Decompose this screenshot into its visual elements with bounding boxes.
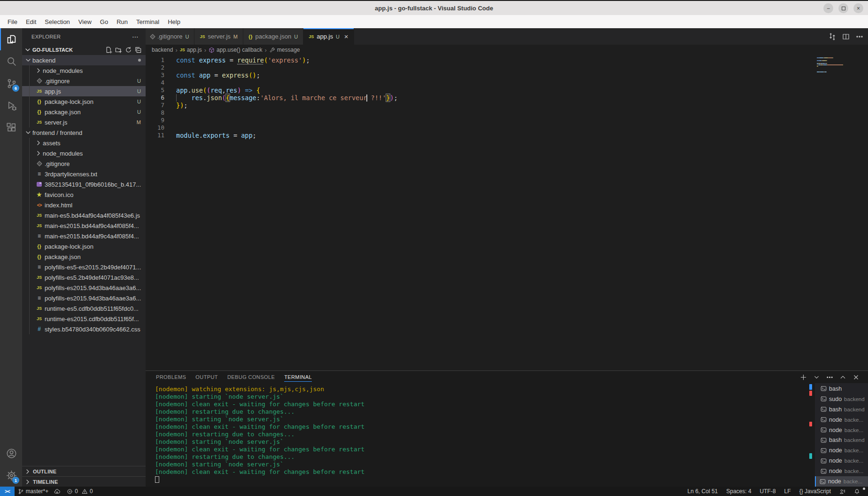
- terminal-output[interactable]: [nodemon] watching extensions: js,mjs,cj…: [146, 383, 815, 487]
- remote-indicator[interactable]: ><: [0, 487, 15, 496]
- tree-item[interactable]: node_modules: [22, 65, 146, 76]
- more-icon[interactable]: [826, 374, 833, 381]
- menu-file[interactable]: File: [3, 17, 22, 27]
- chevron-down-icon[interactable]: [813, 374, 820, 381]
- tab-server.js[interactable]: JSserver.jsM: [194, 28, 243, 45]
- menu-run[interactable]: Run: [112, 17, 132, 27]
- status-lf[interactable]: LF: [780, 488, 795, 495]
- close-button[interactable]: ×: [853, 3, 863, 13]
- terminal-list-item[interactable]: bash: [815, 384, 868, 394]
- sidebar-more-button[interactable]: ⋯: [132, 33, 139, 40]
- tree-item[interactable]: #styles.b54780d340b0609c4662.css: [22, 324, 146, 334]
- close-icon[interactable]: [852, 374, 860, 381]
- more-icon[interactable]: [856, 33, 863, 40]
- collapse-all-icon[interactable]: [135, 47, 142, 54]
- tree-item[interactable]: JSruntime-es2015.cdfb0ddb511f65f...: [22, 314, 146, 324]
- activity-settings[interactable]: 1: [0, 465, 22, 487]
- tree-item[interactable]: ≡polyfills-es5-es2015.2b49def4071...: [22, 262, 146, 272]
- terminal-list-item[interactable]: nodebacke...: [815, 425, 868, 435]
- new-terminal-icon[interactable]: [800, 374, 807, 381]
- open-changes-icon[interactable]: [829, 33, 836, 40]
- activity-accounts[interactable]: [0, 442, 22, 465]
- activity-search[interactable]: [0, 50, 22, 72]
- tree-item[interactable]: {}package.jsonU: [22, 107, 146, 117]
- tree-item[interactable]: JSpolyfills-es5.2b49def4071ac93e8...: [22, 272, 146, 283]
- status-ln-6-col-51[interactable]: Ln 6, Col 51: [683, 488, 722, 495]
- tree-item[interactable]: JSapp.jsU: [22, 86, 146, 96]
- status-utf-8[interactable]: UTF-8: [756, 488, 780, 495]
- minimap[interactable]: [817, 57, 843, 73]
- restore-button[interactable]: [838, 3, 848, 13]
- panel-tab-problems[interactable]: PROBLEMS: [151, 371, 191, 383]
- menu-go[interactable]: Go: [96, 17, 112, 27]
- tree-item[interactable]: JSmain-es2015.bd44af9c4a4f085f4...: [22, 220, 146, 231]
- terminal-list-item[interactable]: bashbackend: [815, 435, 868, 446]
- tree-item[interactable]: JSruntime-es5.cdfb0ddb511f65fdc0...: [22, 303, 146, 314]
- tree-item[interactable]: ★favicon.ico: [22, 189, 146, 200]
- problems-item[interactable]: 0 0: [63, 487, 96, 496]
- menu-help[interactable]: Help: [163, 17, 185, 27]
- new-file-icon[interactable]: [105, 47, 112, 54]
- status-spaces-4[interactable]: Spaces: 4: [722, 488, 755, 495]
- new-folder-icon[interactable]: [115, 47, 122, 54]
- tab-.gitignore[interactable]: .gitignoreU: [146, 28, 194, 45]
- terminal-list-item[interactable]: bashbackend: [815, 404, 868, 415]
- breadcrumb-item[interactable]: JSapp.js: [180, 47, 202, 53]
- tree-item[interactable]: {}package.json: [22, 252, 146, 262]
- tab-app.js[interactable]: JSapp.jsU×: [303, 28, 354, 45]
- tree-item[interactable]: {}package-lock.jsonU: [22, 96, 146, 107]
- notifications-item[interactable]: [850, 488, 864, 495]
- activity-source-control[interactable]: 6: [0, 72, 22, 94]
- terminal-list-item[interactable]: sudobackend: [815, 394, 868, 404]
- chevron-up-icon[interactable]: [839, 374, 846, 381]
- tree-item[interactable]: backend: [22, 55, 146, 65]
- tree-item[interactable]: <>index.html: [22, 200, 146, 210]
- panel-tab-debug-console[interactable]: DEBUG CONSOLE: [223, 371, 279, 383]
- tree-item[interactable]: JSpolyfills-es2015.94d3ba46aae3a6...: [22, 283, 146, 293]
- tree-item[interactable]: ≡3rdpartylicenses.txt: [22, 169, 146, 179]
- menu-edit[interactable]: Edit: [22, 17, 40, 27]
- tree-item[interactable]: ≡polyfills-es2015.94d3ba46aae3a6...: [22, 293, 146, 303]
- section-timeline[interactable]: TIMELINE: [22, 476, 146, 487]
- terminal-list-item[interactable]: nodebacke...: [815, 456, 868, 466]
- split-editor-icon[interactable]: [842, 33, 850, 40]
- tree-item[interactable]: ≡main-es2015.bd44af9c4a4f085f4...: [22, 231, 146, 241]
- status--javascript[interactable]: {} JavaScript: [795, 488, 835, 495]
- minimize-button[interactable]: −: [823, 3, 833, 13]
- terminal-list-item[interactable]: nodebacke...: [815, 445, 868, 456]
- activity-explorer[interactable]: [0, 28, 22, 50]
- tab-package.json[interactable]: {}package.jsonU: [243, 28, 303, 45]
- project-root-row[interactable]: GO-FULLSTACK: [22, 45, 146, 55]
- breadcrumb-item[interactable]: backend: [152, 47, 173, 53]
- git-branch-item[interactable]: master*+: [15, 487, 63, 496]
- terminal-list-item[interactable]: nodebacke...: [815, 476, 868, 487]
- branch-icon: [18, 488, 24, 495]
- tree-item[interactable]: .gitignore: [22, 158, 146, 169]
- breadcrumb-item[interactable]: app.use() callback: [209, 47, 262, 53]
- panel-tab-terminal[interactable]: TERMINAL: [279, 371, 317, 383]
- menu-view[interactable]: View: [74, 17, 96, 27]
- tree-item[interactable]: frontend / frontend: [22, 127, 146, 138]
- feedback-item[interactable]: [835, 488, 850, 495]
- menu-selection[interactable]: Selection: [40, 17, 74, 27]
- code-editor[interactable]: 1const express = require('express');23co…: [146, 55, 868, 370]
- activity-run-debug[interactable]: [0, 94, 22, 117]
- menu-terminal[interactable]: Terminal: [132, 17, 163, 27]
- tree-item[interactable]: JSmain-es5.bd44af9c4a4f085f43e6.js: [22, 210, 146, 220]
- breadcrumb-item[interactable]: message: [269, 47, 300, 53]
- activity-extensions[interactable]: [0, 117, 22, 139]
- section-outline[interactable]: OUTLINE: [22, 466, 146, 476]
- tree-item[interactable]: {}package-lock.json: [22, 241, 146, 252]
- token: exports: [203, 132, 230, 139]
- refresh-icon[interactable]: [125, 47, 132, 54]
- tree-item[interactable]: JSserver.jsM: [22, 117, 146, 127]
- close-icon[interactable]: ×: [344, 32, 349, 40]
- panel-tab-output[interactable]: OUTPUT: [191, 371, 223, 383]
- tree-item[interactable]: assets: [22, 138, 146, 148]
- terminal-list-item[interactable]: nodebacke...: [815, 415, 868, 425]
- tree-item[interactable]: node_modules: [22, 148, 146, 158]
- tree-item[interactable]: 38521354191_0f9b6016bc_b.417...: [22, 179, 146, 189]
- terminal-list-item[interactable]: nodebacke...: [815, 466, 868, 476]
- tree-item[interactable]: .gitignoreU: [22, 76, 146, 86]
- line-number: 5: [146, 87, 164, 94]
